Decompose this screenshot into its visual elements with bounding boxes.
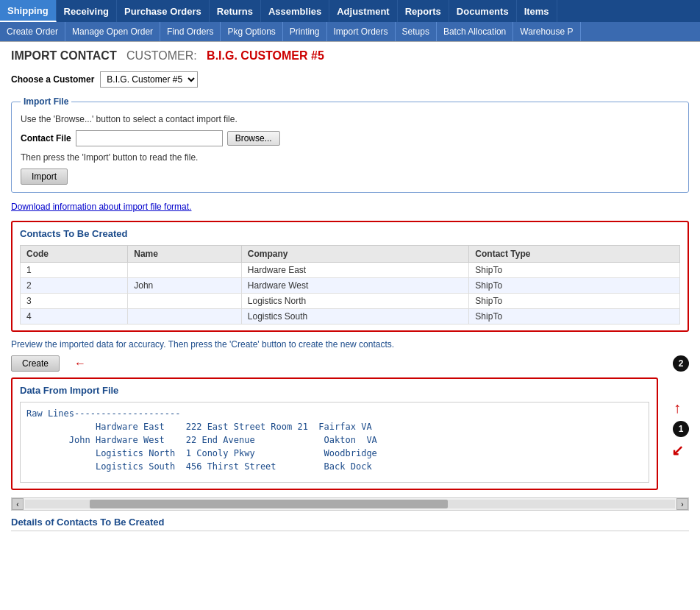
preview-text: Preview the imported data for accuracy. … bbox=[11, 339, 689, 350]
nav-shipping[interactable]: Shipping bbox=[0, 0, 57, 22]
data-import-title: Data From Import File bbox=[20, 385, 649, 396]
choose-customer-label: Choose a Customer bbox=[11, 74, 94, 85]
scroll-track bbox=[25, 500, 675, 508]
annotation-column: ↑ 1 ↙ bbox=[665, 377, 689, 459]
cell-code: 4 bbox=[21, 309, 128, 324]
customer-selector-row: Choose a Customer B.I.G. Customer #5 bbox=[11, 71, 689, 88]
cell-code: 2 bbox=[21, 278, 128, 294]
left-arrow: ← bbox=[74, 357, 86, 370]
cell-contactType: ShipTo bbox=[469, 263, 680, 278]
subnav-import-orders[interactable]: Import Orders bbox=[327, 22, 396, 41]
h-scrollbar[interactable]: ‹ › bbox=[11, 497, 689, 511]
scroll-left-button[interactable]: ‹ bbox=[12, 498, 24, 510]
details-section-title: Details of Contacts To Be Created bbox=[11, 517, 689, 528]
import-note: Then press the 'Import' button to read t… bbox=[21, 152, 679, 163]
sub-navigation: Create Order Manage Open Order Find Orde… bbox=[0, 22, 700, 42]
up-arrow-annotation: ↑ bbox=[674, 400, 681, 416]
import-instruction: Use the 'Browse...' button to select a c… bbox=[21, 114, 679, 124]
customer-dropdown[interactable]: B.I.G. Customer #5 bbox=[100, 71, 198, 88]
table-row: 2JohnHardware WestShipTo bbox=[21, 278, 680, 294]
create-button-row: Create ← 2 bbox=[11, 355, 689, 372]
down-arrow-annotation: ↙ bbox=[671, 441, 684, 459]
col-code: Code bbox=[21, 246, 128, 263]
bottom-divider bbox=[11, 531, 689, 533]
table-row: 1Hardware EastShipTo bbox=[21, 263, 680, 278]
import-file-legend: Import File bbox=[21, 96, 71, 107]
subnav-create-order[interactable]: Create Order bbox=[0, 22, 65, 41]
data-from-import-section: Data From Import File Raw Lines---------… bbox=[11, 377, 658, 490]
col-company: Company bbox=[241, 246, 469, 263]
browse-button[interactable]: Browse... bbox=[227, 131, 280, 146]
create-button[interactable]: Create bbox=[11, 355, 60, 372]
nav-items[interactable]: Items bbox=[517, 0, 557, 22]
cell-contactType: ShipTo bbox=[469, 309, 680, 324]
cell-code: 3 bbox=[21, 294, 128, 309]
cell-contactType: ShipTo bbox=[469, 294, 680, 309]
contacts-table: Code Name Company Contact Type 1Hardware… bbox=[20, 245, 680, 324]
subnav-printing[interactable]: Printing bbox=[283, 22, 327, 41]
file-input-row: Contact File Browse... bbox=[21, 130, 679, 146]
table-row: 4Logistics SouthShipTo bbox=[21, 309, 680, 324]
cell-company: Logistics North bbox=[241, 294, 469, 309]
subnav-find-orders[interactable]: Find Orders bbox=[160, 22, 221, 41]
scroll-right-button[interactable]: › bbox=[676, 498, 688, 510]
cell-name bbox=[128, 263, 242, 278]
nav-returns[interactable]: Returns bbox=[210, 0, 261, 22]
annotation-badge-1: 1 bbox=[673, 421, 689, 437]
import-button[interactable]: Import bbox=[21, 169, 68, 185]
cell-name bbox=[128, 294, 242, 309]
page-content: Import Contact Customer: B.I.G. Customer… bbox=[0, 42, 700, 541]
nav-purchase-orders[interactable]: Purchase Orders bbox=[117, 0, 210, 22]
cell-company: Hardware West bbox=[241, 278, 469, 294]
preview-create-row: Preview the imported data for accuracy. … bbox=[11, 339, 689, 350]
customer-label: Customer: bbox=[126, 49, 197, 62]
subnav-warehouse[interactable]: Warehouse P bbox=[513, 22, 580, 41]
cell-name: John bbox=[128, 278, 242, 294]
cell-company: Logistics South bbox=[241, 309, 469, 324]
cell-name bbox=[128, 309, 242, 324]
page-title: Import Contact Customer: B.I.G. Customer… bbox=[11, 49, 689, 63]
nav-documents[interactable]: Documents bbox=[449, 0, 517, 22]
download-link[interactable]: Download information about import file f… bbox=[11, 202, 689, 212]
contacts-to-be-created-section: Contacts To Be Created Code Name Company… bbox=[11, 221, 689, 332]
cell-company: Hardware East bbox=[241, 263, 469, 278]
contact-file-label: Contact File bbox=[21, 133, 71, 143]
nav-reports[interactable]: Reports bbox=[398, 0, 449, 22]
page-title-text: Import Contact bbox=[11, 49, 117, 62]
import-file-section: Import File Use the 'Browse...' button t… bbox=[11, 96, 689, 193]
data-import-wrapper: Data From Import File Raw Lines---------… bbox=[11, 377, 689, 497]
col-contact-type: Contact Type bbox=[469, 246, 680, 263]
subnav-batch-allocation[interactable]: Batch Allocation bbox=[437, 22, 513, 41]
annotation-badge-2: 2 bbox=[673, 355, 689, 372]
scroll-thumb[interactable] bbox=[90, 500, 447, 508]
contact-file-input[interactable] bbox=[76, 130, 223, 146]
customer-name: B.I.G. Customer #5 bbox=[207, 49, 324, 62]
contacts-section-title: Contacts To Be Created bbox=[20, 228, 680, 239]
top-navigation: Shipping Receiving Purchase Orders Retur… bbox=[0, 0, 700, 22]
subnav-setups[interactable]: Setups bbox=[396, 22, 437, 41]
nav-receiving[interactable]: Receiving bbox=[57, 0, 117, 22]
subnav-manage-open-order[interactable]: Manage Open Order bbox=[65, 22, 160, 41]
cell-code: 1 bbox=[21, 263, 128, 278]
col-name: Name bbox=[128, 246, 242, 263]
raw-data-box[interactable]: Raw Lines-------------------- Hardware E… bbox=[20, 402, 649, 483]
nav-adjustment[interactable]: Adjustment bbox=[329, 0, 398, 22]
cell-contactType: ShipTo bbox=[469, 278, 680, 294]
subnav-pkg-options[interactable]: Pkg Options bbox=[221, 22, 282, 41]
nav-assemblies[interactable]: Assemblies bbox=[261, 0, 329, 22]
table-row: 3Logistics NorthShipTo bbox=[21, 294, 680, 309]
